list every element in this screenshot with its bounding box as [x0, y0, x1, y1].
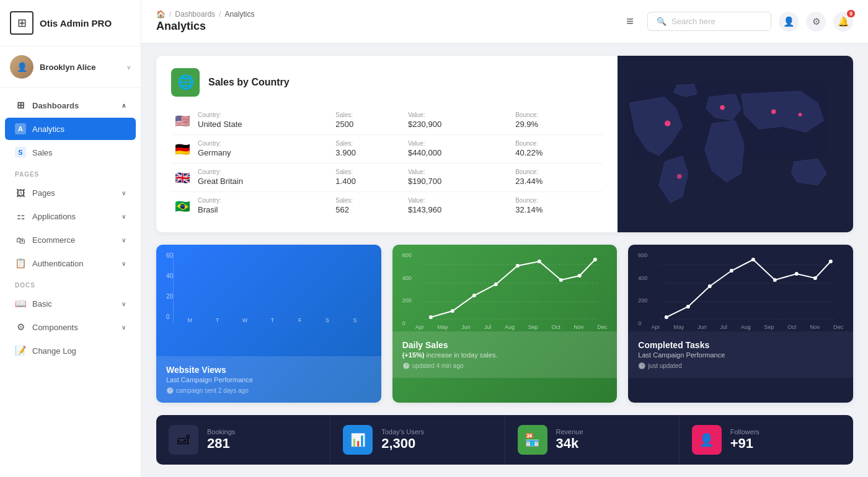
followers-label: Followers [730, 428, 760, 435]
svg-point-16 [578, 274, 582, 278]
header: 🏠 / Dashboards / Analytics Analytics ≡ 🔍… [141, 0, 868, 43]
completed-tasks-title: Completed Tasks [638, 340, 843, 350]
pages-icon: 🖼 [15, 187, 26, 198]
bounce-cell: Bounce: 29.9% [512, 107, 603, 135]
sidebar-item-changelog[interactable]: 📝 Change Log [5, 339, 136, 362]
country-cell: Country: Germany [194, 135, 332, 164]
svg-point-13 [516, 264, 520, 268]
daily-sales-time: 🕐 updated 4 min ago [402, 362, 608, 369]
stat-bookings: 🛋 Bookings 281 [156, 415, 330, 465]
country-table: 🇺🇸 Country: United State Sales: 2500 Val… [171, 107, 603, 220]
svg-point-4 [677, 174, 682, 179]
sidebar-item-applications[interactable]: ⚏ Applications ∨ [5, 205, 136, 227]
pages-label: Pages [32, 188, 115, 198]
website-views-chart: 60 40 20 0 M T [156, 245, 381, 356]
sidebar-item-authentication[interactable]: 📋 Authentication ∨ [5, 252, 136, 274]
home-icon: 🏠 [156, 10, 166, 19]
sidebar-item-ecommerce[interactable]: 🛍 Ecommerce ∨ [5, 229, 136, 251]
authentication-arrow-icon: ∨ [122, 260, 126, 267]
value-cell: Value: $190,700 [404, 164, 512, 192]
svg-point-26 [751, 258, 755, 261]
sidebar-item-pages[interactable]: 🖼 Pages ∨ [5, 182, 136, 204]
daily-sales-subtitle: (+15%) increase in today sales. [402, 351, 608, 359]
daily-sales-info: Daily Sales (+15%) increase in today sal… [392, 331, 618, 378]
bounce-cell: Bounce: 23.44% [512, 164, 603, 192]
changelog-icon: 📝 [15, 345, 26, 356]
ecommerce-label: Ecommerce [32, 235, 115, 245]
completed-tasks-time: 🕐 just updated [638, 362, 843, 369]
daily-sales-card: 600 400 200 0 [392, 245, 618, 403]
breadcrumb: 🏠 / Dashboards / Analytics [156, 10, 613, 19]
bookings-icon: 🛋 [169, 425, 198, 455]
sales-cell: Sales: 1.400 [332, 164, 404, 192]
svg-point-17 [593, 258, 597, 261]
svg-point-27 [773, 278, 777, 282]
bounce-cell: Bounce: 40.22% [512, 135, 603, 164]
table-row: 🇩🇪 Country: Germany Sales: 3.900 Value: … [171, 135, 603, 164]
table-row: 🇧🇷 Country: Brasil Sales: 562 Value: $14… [171, 192, 603, 221]
analytics-label: Analytics [32, 125, 126, 134]
svg-point-29 [813, 276, 817, 280]
app-name: Otis Admin PRO [40, 18, 112, 28]
main-area: 🏠 / Dashboards / Analytics Analytics ≡ 🔍… [141, 0, 868, 477]
svg-point-15 [559, 278, 563, 282]
pages-section-label: PAGES [0, 165, 141, 180]
clock-icon-2: 🕐 [402, 362, 410, 369]
bounce-cell: Bounce: 32.14% [512, 192, 603, 221]
website-views-title: Website Views [166, 365, 371, 375]
completed-tasks-chart: 600 400 200 0 [628, 245, 853, 331]
applications-arrow-icon: ∨ [122, 213, 126, 220]
flag-cell: 🇧🇷 [171, 192, 194, 221]
completed-tasks-info: Completed Tasks Last Campaign Performanc… [628, 331, 853, 378]
daily-sales-svg [415, 252, 608, 320]
sidebar-item-components[interactable]: ⚙ Components ∨ [5, 316, 136, 338]
changelog-label: Change Log [32, 346, 126, 356]
value-cell: Value: $143,960 [404, 192, 512, 221]
stat-followers: 👤 Followers +91 [680, 415, 853, 465]
revenue-label: Revenue [556, 428, 583, 435]
ecommerce-icon: 🛍 [15, 234, 26, 245]
authentication-label: Authentication [32, 259, 115, 268]
analytics-letter-icon: A [15, 123, 26, 134]
flag-cell: 🇬🇧 [171, 164, 194, 192]
notifications-button[interactable]: 🔔 9 [833, 12, 853, 32]
user-profile-button[interactable]: 👤 [779, 12, 799, 32]
sidebar: ⊞ Otis Admin PRO 👤 Brooklyn Alice ∨ ⊞ Da… [0, 0, 141, 477]
sidebar-item-basic[interactable]: 📖 Basic ∨ [5, 292, 136, 315]
search-box[interactable]: 🔍 Search here [647, 12, 771, 31]
components-label: Components [32, 323, 115, 332]
basic-label: Basic [32, 299, 115, 309]
value-cell: Value: $230,900 [404, 107, 512, 135]
svg-point-0 [665, 121, 671, 127]
sidebar-item-analytics[interactable]: A Analytics [5, 118, 136, 140]
svg-point-1 [720, 105, 725, 110]
sidebar-user[interactable]: 👤 Brooklyn Alice ∨ [0, 46, 141, 88]
country-cell: Country: Great Britain [194, 164, 332, 192]
stat-today-users: 📊 Today's Users 2,300 [330, 415, 505, 465]
header-left: 🏠 / Dashboards / Analytics Analytics [156, 10, 613, 33]
search-icon: 🔍 [657, 17, 666, 26]
user-name: Brooklyn Alice [40, 63, 120, 72]
daily-sales-title: Daily Sales [402, 340, 608, 350]
authentication-icon: 📋 [15, 258, 26, 269]
settings-button[interactable]: ⚙ [806, 12, 826, 32]
svg-point-10 [451, 309, 454, 313]
dashboards-arrow-icon: ∧ [122, 102, 126, 109]
revenue-icon: 🏪 [518, 425, 547, 455]
sales-letter-icon: S [15, 147, 26, 158]
website-views-card: 60 40 20 0 M T [156, 245, 381, 403]
svg-point-30 [829, 260, 833, 263]
website-views-subtitle: Last Campaign Performance [166, 376, 371, 383]
search-input[interactable]: Search here [671, 17, 715, 26]
completed-tasks-svg [651, 252, 843, 320]
revenue-value: 34k [556, 435, 583, 452]
sidebar-item-dashboards[interactable]: ⊞ Dashboards ∧ [5, 94, 136, 116]
components-icon: ⚙ [15, 322, 26, 333]
header-right: 🔍 Search here 👤 ⚙ 🔔 9 [647, 12, 853, 32]
followers-data: Followers +91 [730, 428, 760, 452]
sidebar-item-sales[interactable]: S Sales [5, 141, 136, 164]
breadcrumb-analytics: Analytics [224, 10, 254, 19]
followers-value: +91 [730, 435, 760, 452]
hamburger-button[interactable]: ≡ [622, 11, 637, 32]
revenue-data: Revenue 34k [556, 428, 583, 452]
